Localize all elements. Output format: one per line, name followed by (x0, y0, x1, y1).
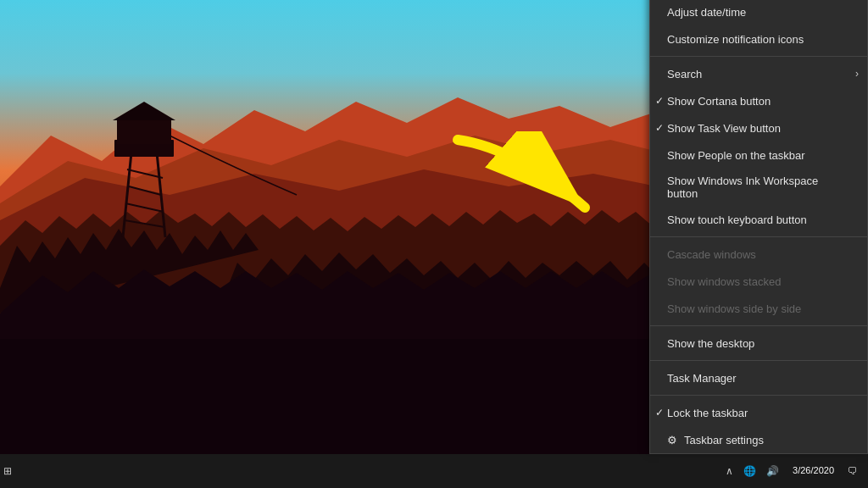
menu-item-label: Adjust date/time (667, 6, 746, 19)
menu-item-task-manager[interactable]: Task Manager (650, 364, 867, 391)
menu-separator (650, 325, 867, 326)
menu-item-label: Show Task View button (667, 122, 781, 135)
notification-icon[interactable]: 🗨 (844, 465, 861, 477)
menu-item-show-desktop[interactable]: Show the desktop (650, 330, 867, 357)
menu-item-label: Customize notification icons (667, 33, 804, 46)
check-icon: ✓ (655, 122, 664, 134)
menu-separator (650, 236, 867, 237)
menu-item-show-ink[interactable]: Show Windows Ink Workspace button (650, 169, 867, 206)
menu-item-show-taskview[interactable]: ✓Show Task View button (650, 114, 867, 141)
menu-item-label: Show windows side by side (667, 302, 801, 315)
svg-rect-16 (117, 119, 171, 144)
menu-item-show-keyboard[interactable]: Show touch keyboard button (650, 206, 867, 233)
menu-separator (650, 395, 867, 396)
menu-item-label: Taskbar settings (684, 434, 764, 446)
menu-item-label: Search (667, 68, 702, 80)
menu-item-show-sidebyside: Show windows side by side (650, 295, 867, 322)
chevron-up-icon[interactable]: ∧ (722, 465, 737, 477)
desktop: Toolbars›Adjust date/timeCustomize notif… (0, 0, 868, 488)
volume-icon[interactable]: 🔊 (763, 465, 782, 477)
menu-item-show-cortana[interactable]: ✓Show Cortana button (650, 87, 867, 114)
taskbar: ⊞ ∧ 🌐 🔊 3/26/2020 🗨 (0, 454, 868, 488)
date-display: 3/26/2020 (793, 464, 834, 477)
menu-item-label: Lock the taskbar (667, 407, 748, 419)
menu-item-cascade: Cascade windows (650, 241, 867, 268)
menu-item-label: Task Manager (667, 372, 737, 385)
menu-item-search[interactable]: Search› (650, 60, 867, 87)
network-icon[interactable]: 🌐 (740, 465, 760, 477)
taskbar-right: ∧ 🌐 🔊 3/26/2020 🗨 (715, 454, 868, 488)
menu-item-label: Show People on the taskbar (667, 149, 805, 162)
menu-separator (650, 56, 867, 57)
menu-item-label: Show touch keyboard button (667, 214, 807, 226)
menu-item-label: Cascade windows (667, 248, 756, 261)
menu-item-label: Show Cortana button (667, 95, 771, 108)
submenu-arrow-icon: › (855, 68, 859, 80)
arrow-indicator (449, 131, 636, 233)
menu-item-label: Show the desktop (667, 337, 754, 350)
check-icon: ✓ (655, 407, 664, 419)
menu-item-show-stacked: Show windows stacked (650, 268, 867, 295)
check-icon: ✓ (655, 95, 664, 107)
taskbar-datetime[interactable]: 3/26/2020 (786, 464, 841, 477)
context-menu: Toolbars›Adjust date/timeCustomize notif… (649, 0, 868, 454)
menu-item-taskbar-settings[interactable]: ⚙Taskbar settings (650, 426, 867, 453)
start-button[interactable]: ⊞ (0, 465, 15, 477)
menu-item-label: Show windows stacked (667, 275, 781, 288)
menu-item-adjust-datetime[interactable]: Adjust date/time (650, 0, 867, 25)
gear-icon: ⚙ (667, 434, 677, 446)
menu-item-label: Show Windows Ink Workspace button (667, 175, 850, 200)
menu-separator (650, 360, 867, 361)
menu-item-lock-taskbar[interactable]: ✓Lock the taskbar (650, 399, 867, 426)
menu-item-customize-notification[interactable]: Customize notification icons (650, 25, 867, 53)
menu-item-show-people[interactable]: Show People on the taskbar (650, 141, 867, 169)
